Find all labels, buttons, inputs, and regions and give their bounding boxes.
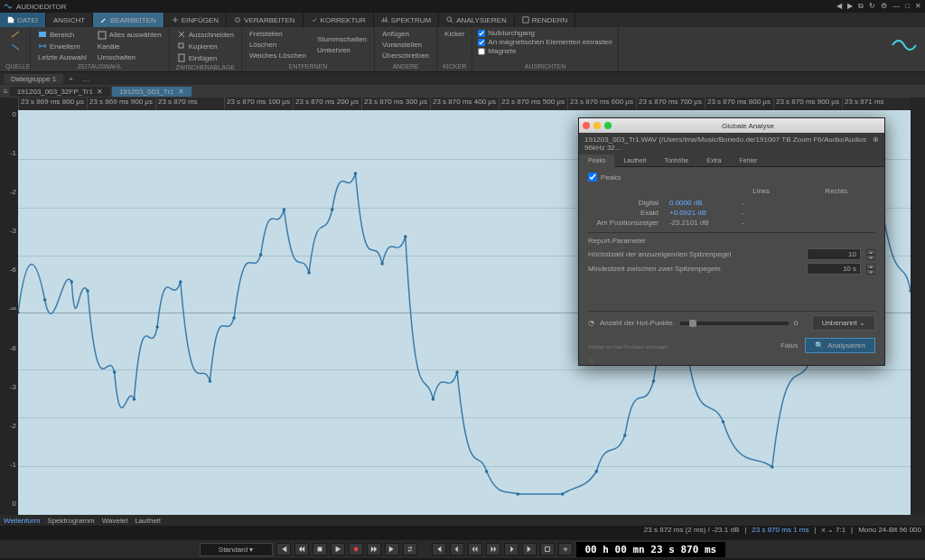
dlgtab-pitch[interactable]: Tonhöhe bbox=[655, 154, 697, 166]
menu-verarbeiten[interactable]: VERARBEITEN bbox=[227, 13, 303, 27]
menu-bearbeiten[interactable]: BEARBEITEN bbox=[93, 13, 164, 27]
dialog-titlebar[interactable]: Globale Analyse bbox=[579, 118, 884, 133]
status-position: 23 s 870 ms 1 ms bbox=[752, 526, 808, 534]
menu-spektrum[interactable]: SPEKTRUM bbox=[374, 13, 439, 27]
transport-stop[interactable] bbox=[313, 543, 327, 555]
dlgtab-extra[interactable]: Extra bbox=[697, 154, 730, 166]
peaks-row-exact: Exakt +0.0921 dB - bbox=[588, 209, 875, 217]
menu-analysieren[interactable]: ANALYSIEREN bbox=[439, 13, 514, 27]
tool-lastselection[interactable]: Letzte Auswahl bbox=[36, 52, 89, 62]
dialog-close-icon[interactable] bbox=[583, 122, 590, 129]
focus-label[interactable]: Fokus bbox=[780, 342, 798, 349]
tool-cut[interactable]: Ausschneiden bbox=[175, 29, 236, 40]
tool-range[interactable]: Bereich bbox=[36, 29, 89, 40]
spin-down-icon[interactable]: ▾ bbox=[866, 255, 875, 260]
menu-rendern[interactable]: RENDERN bbox=[515, 13, 576, 27]
viewtab-spectrogram[interactable]: Spektrogramm bbox=[47, 517, 94, 525]
marker-skipfwd[interactable] bbox=[486, 543, 500, 555]
tool-selectall[interactable]: Alles auswählen bbox=[96, 30, 164, 41]
tab-group-1[interactable]: Dateigruppe 1 bbox=[4, 74, 63, 84]
check-magnetsnap[interactable]: An magnetischen Elementen einrasten bbox=[478, 38, 612, 46]
settings-icon[interactable]: ⚙ bbox=[881, 2, 887, 11]
tool-append[interactable]: Anfügen bbox=[380, 29, 431, 39]
tool-prepend[interactable]: Voranstellen bbox=[380, 40, 431, 50]
tool-crop[interactable]: Freistellen bbox=[248, 29, 308, 39]
transport-forward[interactable] bbox=[367, 543, 381, 555]
menu-bar: DATEI ANSICHT BEARBEITEN EINFÜGEN VERARB… bbox=[0, 13, 925, 27]
close-tab-icon[interactable]: ✕ bbox=[97, 88, 103, 96]
menu-file[interactable]: DATEI bbox=[0, 13, 46, 27]
file-tab-1[interactable]: 191203_003_32FP_Tr1✕ bbox=[10, 87, 110, 97]
tool-mute[interactable]: Stummschalten bbox=[315, 34, 369, 44]
marker-region[interactable] bbox=[540, 543, 555, 555]
check-zerocrossing[interactable]: Nulldurchgang bbox=[478, 29, 612, 37]
status-zoom[interactable]: x ⌄ 7:1 bbox=[822, 526, 846, 534]
peaks-digital-value[interactable]: 0.0000 dB bbox=[669, 199, 742, 207]
tool-paste[interactable]: Einfügen bbox=[175, 52, 236, 63]
transport-rewind[interactable] bbox=[294, 543, 309, 555]
transport-preset-select[interactable]: Standard ▾ bbox=[200, 543, 273, 556]
add-tabgroup-button[interactable]: + bbox=[65, 75, 77, 83]
hotpoints-hint[interactable]: Marker an Hot-Punkten erzeugen bbox=[588, 344, 668, 350]
viewtab-waveform[interactable]: Wellenform bbox=[4, 517, 40, 525]
path-menu-icon[interactable]: ⊕ bbox=[873, 135, 879, 152]
menu-ansicht[interactable]: ANSICHT bbox=[46, 13, 93, 27]
spin-down-icon[interactable]: ▾ bbox=[866, 269, 875, 275]
tool-level[interactable] bbox=[9, 42, 22, 52]
dialog-file-path[interactable]: 191203_003_Tr1.WAV (/Users/ima/Music/Bon… bbox=[579, 133, 884, 154]
history-icon[interactable]: ↻ bbox=[869, 2, 875, 11]
check-magnets[interactable]: Magnete bbox=[478, 47, 612, 55]
tool-delete[interactable]: Löschen bbox=[248, 40, 308, 50]
tool-kicker[interactable]: Kicker bbox=[443, 29, 466, 39]
tool-copy[interactable]: Kopieren bbox=[175, 41, 236, 51]
viewtab-wavelet[interactable]: Wavelet bbox=[102, 517, 128, 525]
dlgtab-loudness[interactable]: Lautheit bbox=[614, 154, 655, 166]
viewtab-loudness[interactable]: Lautheit bbox=[135, 517, 160, 525]
tool-softdelete[interactable]: Weiches Löschen bbox=[248, 51, 308, 61]
file-tab-2[interactable]: 191203_003_Tr1✕ bbox=[112, 87, 192, 97]
marker-next2[interactable] bbox=[504, 543, 519, 555]
dialog-zoom-icon[interactable] bbox=[604, 122, 612, 129]
maximize-icon[interactable]: □ bbox=[905, 2, 910, 11]
hotpoints-slider[interactable] bbox=[680, 322, 789, 325]
marker-add[interactable] bbox=[558, 543, 573, 555]
tool-toggle[interactable]: Umschalten bbox=[96, 52, 164, 62]
window-controls: ◀ ▶ ⧉ ↻ ⚙ — □ ✕ bbox=[836, 2, 921, 11]
tool-overwrite[interactable]: Überschreiben bbox=[380, 51, 431, 61]
dlgtab-errors[interactable]: Fehler bbox=[731, 154, 767, 166]
resize-grip-icon[interactable]: ⤡ bbox=[588, 357, 594, 365]
transport-begin[interactable] bbox=[276, 543, 291, 555]
tool-extend[interactable]: Erweitern bbox=[36, 41, 89, 51]
time-ruler[interactable]: 23 s 869 ms 800 μs23 s 869 ms 900 μs23 s… bbox=[18, 98, 911, 110]
tool-time[interactable] bbox=[9, 29, 22, 40]
dialog-minimize-icon[interactable] bbox=[593, 122, 601, 129]
tool-reverse[interactable]: Umkehren bbox=[315, 45, 369, 55]
transport-play[interactable] bbox=[331, 543, 345, 555]
tool-channels[interactable]: Kanäle bbox=[96, 42, 164, 51]
param-maxpeaks-input[interactable]: 10 bbox=[807, 248, 861, 260]
close-tab-icon[interactable]: ✕ bbox=[178, 88, 184, 96]
tabgroup-menu-button[interactable]: … bbox=[79, 75, 93, 83]
marker-prev[interactable] bbox=[432, 543, 446, 555]
transport-loop[interactable] bbox=[403, 543, 417, 555]
marker-prev2[interactable] bbox=[450, 543, 464, 555]
peaks-exact-value[interactable]: +0.0921 dB bbox=[669, 209, 742, 217]
transport-record[interactable] bbox=[349, 543, 363, 555]
menu-einfuegen[interactable]: EINFÜGEN bbox=[164, 13, 227, 27]
nav-back-icon[interactable]: ◀ bbox=[836, 2, 842, 11]
menu-korrektur[interactable]: KORREKTUR bbox=[304, 13, 374, 27]
marker-next[interactable] bbox=[522, 543, 537, 555]
minimize-icon[interactable]: — bbox=[892, 2, 900, 11]
restore-icon[interactable]: ⧉ bbox=[858, 2, 864, 11]
unnamed-preset-button[interactable]: Unbenannt ⌄ bbox=[812, 315, 875, 331]
peaks-checkbox[interactable]: Peaks bbox=[588, 173, 875, 182]
file-tab-menu-icon[interactable]: ≡ bbox=[4, 88, 8, 96]
param-mintime-input[interactable]: 10 s bbox=[807, 263, 861, 275]
dlgtab-peaks[interactable]: Peaks bbox=[579, 154, 614, 167]
marker-skipback[interactable] bbox=[468, 543, 482, 555]
analyze-button[interactable]: 🔍Analysieren bbox=[805, 338, 875, 353]
close-icon[interactable]: ✕ bbox=[915, 2, 921, 11]
transport-end[interactable] bbox=[385, 543, 399, 555]
product-logo-icon bbox=[891, 36, 918, 56]
nav-fwd-icon[interactable]: ▶ bbox=[847, 2, 853, 11]
